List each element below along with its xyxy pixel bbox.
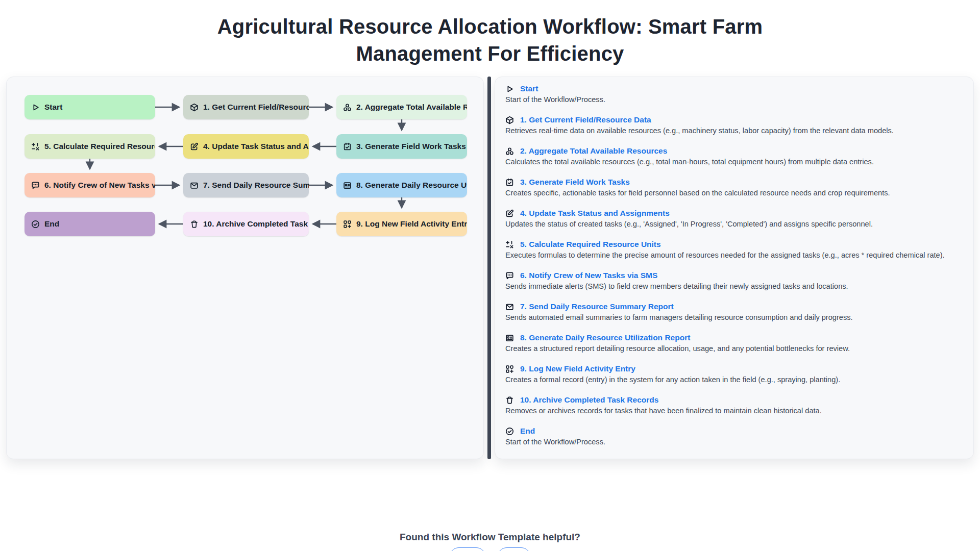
detail-section-end: End Start of the Workflow/Process. xyxy=(505,427,962,446)
page-title: Agricultural Resource Allocation Workflo… xyxy=(179,13,801,67)
calendar-check-icon xyxy=(343,142,352,151)
report-icon xyxy=(505,334,514,342)
flow-node-10[interactable]: 10. Archive Completed Task Records xyxy=(183,212,309,236)
section-description: Start of the Workflow/Process. xyxy=(505,95,962,104)
cluster-icon xyxy=(505,147,514,156)
section-description: Retrieves real-time data on available re… xyxy=(505,127,962,135)
envelope-icon xyxy=(190,181,199,190)
helpful-question: Found this Workflow Template helpful? xyxy=(0,532,980,543)
section-description: Executes formulas to determine the preci… xyxy=(505,251,962,260)
check-circle-icon xyxy=(505,427,514,436)
detail-section-8: 8. Generate Daily Resource Utilization R… xyxy=(505,333,962,353)
detail-section-start: Start Start of the Workflow/Process. xyxy=(505,84,962,104)
flow-node-8[interactable]: 8. Generate Daily Resource Utilization R… xyxy=(336,173,467,197)
qr-plus-icon xyxy=(343,220,352,229)
trash-icon xyxy=(505,396,514,405)
play-icon xyxy=(31,103,40,112)
flow-node-label: Start xyxy=(44,103,62,112)
chat-icon xyxy=(505,271,514,280)
section-title-link[interactable]: Start xyxy=(520,84,538,93)
flow-node-end[interactable]: End xyxy=(24,212,155,236)
section-title-link[interactable]: 8. Generate Daily Resource Utilization R… xyxy=(520,333,690,342)
helpful-no-button[interactable] xyxy=(497,547,531,551)
check-circle-icon xyxy=(31,220,40,229)
detail-section-7: 7. Send Daily Resource Summary Report Se… xyxy=(505,302,962,322)
trash-icon xyxy=(190,220,199,229)
chat-icon xyxy=(31,181,40,190)
play-icon xyxy=(505,85,514,93)
detail-section-1: 1. Get Current Field/Resource Data Retri… xyxy=(505,115,962,135)
section-description: Sends immediate alerts (SMS) to field cr… xyxy=(505,282,962,291)
section-description: Creates specific, actionable tasks for f… xyxy=(505,189,962,197)
flow-node-label: 4. Update Task Status and Assignments xyxy=(203,142,309,151)
flow-node-label: 1. Get Current Field/Resource Data xyxy=(203,103,309,112)
section-description: Updates the status of created tasks (e.g… xyxy=(505,220,962,229)
flow-node-label: 2. Aggregate Total Available Resources xyxy=(356,103,467,112)
flow-node-4[interactable]: 4. Update Task Status and Assignments xyxy=(183,134,309,159)
calendar-check-icon xyxy=(505,178,514,187)
section-title-link[interactable]: 6. Notify Crew of New Tasks via SMS xyxy=(520,271,657,280)
section-title-link[interactable]: 10. Archive Completed Task Records xyxy=(520,395,658,405)
envelope-icon xyxy=(505,303,514,311)
flowchart-panel: Start 1. Get Current Field/Resource Data… xyxy=(6,77,484,459)
report-icon xyxy=(343,181,352,190)
section-title-link[interactable]: 2. Aggregate Total Available Resources xyxy=(520,146,667,156)
package-icon xyxy=(190,103,199,112)
flow-node-9[interactable]: 9. Log New Field Activity Entry xyxy=(336,212,467,236)
section-description: Calculates the total available resources… xyxy=(505,158,962,166)
panel-divider xyxy=(487,77,491,459)
math-icon xyxy=(505,240,514,249)
section-title-link[interactable]: End xyxy=(520,427,535,436)
flow-node-start[interactable]: Start xyxy=(24,95,155,119)
cluster-icon xyxy=(343,103,352,112)
section-description: Creates a formal record (entry) in the s… xyxy=(505,375,962,384)
qr-plus-icon xyxy=(505,365,514,373)
section-title-link[interactable]: 4. Update Task Status and Assignments xyxy=(520,209,670,218)
section-description: Creates a structured report detailing re… xyxy=(505,344,962,353)
flow-node-label: 6. Notify Crew of New Tasks via SMS xyxy=(44,181,155,190)
flow-node-label: 10. Archive Completed Task Records xyxy=(203,219,309,229)
detail-section-2: 2. Aggregate Total Available Resources C… xyxy=(505,146,962,166)
flow-node-label: 5. Calculate Required Resource Units xyxy=(44,142,155,151)
flow-node-label: End xyxy=(44,219,59,229)
detail-section-9: 9. Log New Field Activity Entry Creates … xyxy=(505,364,962,384)
footer: Found this Workflow Template helpful? xyxy=(0,532,980,551)
detail-section-6: 6. Notify Crew of New Tasks via SMS Send… xyxy=(505,271,962,291)
detail-section-10: 10. Archive Completed Task Records Remov… xyxy=(505,395,962,415)
flow-node-label: 8. Generate Daily Resource Utilization R… xyxy=(356,181,467,190)
flow-node-6[interactable]: 6. Notify Crew of New Tasks via SMS xyxy=(24,173,155,197)
detail-section-3: 3. Generate Field Work Tasks Creates spe… xyxy=(505,178,962,197)
flow-node-5[interactable]: 5. Calculate Required Resource Units xyxy=(24,134,155,159)
section-description: Sends automated email summaries to farm … xyxy=(505,313,962,322)
detail-section-4: 4. Update Task Status and Assignments Up… xyxy=(505,209,962,229)
package-icon xyxy=(505,116,514,124)
flow-node-label: 7. Send Daily Resource Summary Report xyxy=(203,181,309,190)
edit-icon xyxy=(505,209,514,218)
flow-node-1[interactable]: 1. Get Current Field/Resource Data xyxy=(183,95,309,119)
workflow-workspace: Start 1. Get Current Field/Resource Data… xyxy=(0,77,980,459)
section-title-link[interactable]: 1. Get Current Field/Resource Data xyxy=(520,115,651,124)
flow-node-3[interactable]: 3. Generate Field Work Tasks xyxy=(336,134,467,159)
flow-node-label: 3. Generate Field Work Tasks xyxy=(356,142,466,151)
edit-icon xyxy=(190,142,199,151)
section-title-link[interactable]: 5. Calculate Required Resource Units xyxy=(520,240,661,249)
section-title-link[interactable]: 7. Send Daily Resource Summary Report xyxy=(520,302,674,311)
section-description: Removes or archives records for tasks th… xyxy=(505,407,962,415)
detail-section-5: 5. Calculate Required Resource Units Exe… xyxy=(505,240,962,260)
details-panel: Start Start of the Workflow/Process. 1. … xyxy=(495,77,974,459)
section-title-link[interactable]: 9. Log New Field Activity Entry xyxy=(520,364,635,373)
flow-node-2[interactable]: 2. Aggregate Total Available Resources xyxy=(336,95,467,119)
math-icon xyxy=(31,142,40,151)
helpful-yes-button[interactable] xyxy=(449,547,486,551)
flow-node-7[interactable]: 7. Send Daily Resource Summary Report xyxy=(183,173,309,197)
section-title-link[interactable]: 3. Generate Field Work Tasks xyxy=(520,178,630,187)
section-description: Start of the Workflow/Process. xyxy=(505,438,962,446)
flow-node-label: 9. Log New Field Activity Entry xyxy=(356,219,467,229)
